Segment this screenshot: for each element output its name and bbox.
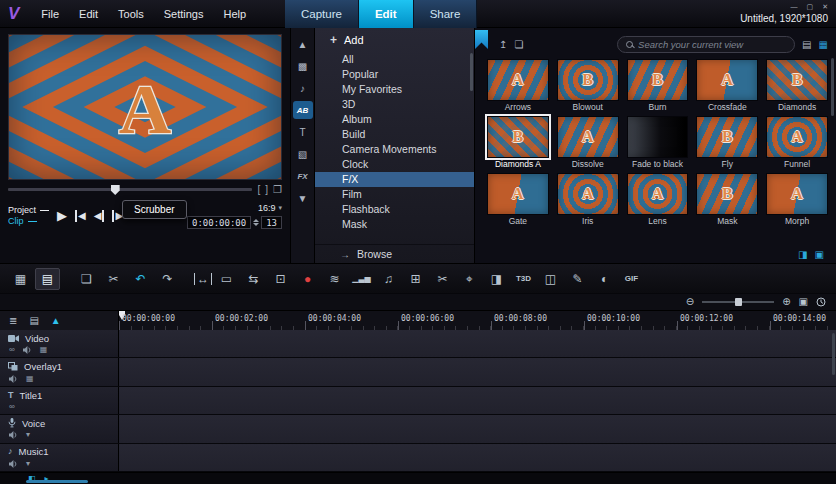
transition-item-funnel[interactable]: AFunnel (766, 116, 828, 170)
frame-grab-icon[interactable]: ⊡ (268, 268, 293, 290)
transition-item-mask[interactable]: BMask (696, 173, 758, 227)
horizontal-scrollbar-thumb[interactable] (26, 480, 88, 483)
scroll-to-start-icon[interactable]: ▲ (51, 315, 61, 326)
previous-frame-button[interactable]: ◀ (94, 210, 105, 222)
zoom-slider-thumb[interactable] (735, 298, 742, 306)
link-icon[interactable]: ∞ (9, 346, 15, 354)
menu-edit[interactable]: Edit (69, 8, 108, 20)
import-media-icon[interactable]: ↥ (499, 39, 507, 50)
preview-video[interactable]: A (8, 34, 282, 180)
link-icon[interactable]: ∞ (9, 403, 15, 411)
track-view-icon[interactable]: ▤ (29, 315, 38, 326)
category-flashback[interactable]: Flashback (315, 202, 474, 217)
category-f-x[interactable]: F/X (315, 172, 474, 187)
play-button[interactable]: ▶ (57, 210, 67, 222)
tab-capture[interactable]: Capture (285, 0, 359, 28)
tab-edit[interactable]: Edit (359, 0, 414, 28)
fit-timeline-icon[interactable]: ▣ (799, 297, 808, 307)
library-panel-icon[interactable]: ▣ (815, 249, 824, 260)
auto-music-icon[interactable]: ♫ (376, 268, 401, 290)
transition-item-lens[interactable]: ALens (627, 173, 689, 227)
transition-item-crossfade[interactable]: ACrossfade (696, 59, 758, 113)
ripple-edit-icon[interactable]: ▭ (214, 268, 239, 290)
3d-title-icon[interactable]: T3D (511, 268, 536, 290)
timeline-ruler[interactable]: 00:00:00:0000:00:02:0000:00:04:0000:00:0… (118, 311, 836, 330)
browse-button[interactable]: → Browse (315, 244, 474, 263)
scrubber-track[interactable] (8, 188, 252, 191)
transition-item-diamonds-a[interactable]: BDiamonds A (487, 116, 549, 170)
record-import-icon[interactable]: ❏ (514, 39, 523, 50)
menu-file[interactable]: File (31, 8, 69, 20)
track-header-title1[interactable]: TTitle1∞ (0, 387, 118, 414)
category-album[interactable]: Album (315, 112, 474, 127)
track-manager-icon[interactable]: ≣ (9, 315, 17, 326)
menu-settings[interactable]: Settings (154, 8, 214, 20)
undo-icon[interactable]: ↶ (128, 268, 153, 290)
gallery-scrollbar[interactable] (831, 58, 834, 116)
mark-in-button[interactable]: [ (257, 185, 260, 195)
mark-out-button[interactable]: ] (265, 185, 268, 195)
motion-tracking-icon[interactable]: ⌖ (457, 268, 482, 290)
category-film[interactable]: Film (315, 187, 474, 202)
speaker-icon[interactable] (9, 375, 18, 383)
library-nav-transitions-icon[interactable]: AB (293, 101, 313, 119)
project-toggle[interactable]: Project (8, 205, 49, 216)
split-audio-icon[interactable]: ✂ (430, 268, 455, 290)
display-options-icon[interactable]: ▦ (819, 39, 828, 50)
transition-item-dissolve[interactable]: ADissolve (557, 116, 619, 170)
home-button[interactable]: ◀ (75, 210, 86, 222)
track-lane-video[interactable] (118, 330, 836, 357)
multicam-editor-icon[interactable]: ◫ (538, 268, 563, 290)
tab-share[interactable]: Share (414, 0, 478, 28)
aspect-ratio-button[interactable]: 16:9 ▾ (258, 203, 282, 213)
category-camera-movements[interactable]: Camera Movements (315, 142, 474, 157)
category-build[interactable]: Build (315, 127, 474, 142)
color-wheel-icon[interactable]: ◐ (592, 268, 617, 290)
clip-toggle[interactable]: Clip (8, 216, 49, 227)
category-my-favorites[interactable]: My Favorites (315, 82, 474, 97)
timecode-spinner[interactable] (253, 219, 259, 226)
gif-creator-icon[interactable]: GIF (619, 268, 644, 290)
library-nav-audio-icon[interactable]: ♪ (293, 79, 313, 97)
library-nav-titles-icon[interactable]: T (293, 123, 313, 141)
library-nav-filters-icon[interactable]: FX (293, 167, 313, 185)
scrubber-handle[interactable] (111, 185, 120, 195)
subtitle-editor-icon[interactable]: ⊞ (403, 268, 428, 290)
category-mask[interactable]: Mask (315, 217, 474, 232)
timeline-view-icon[interactable]: ▤ (35, 268, 60, 290)
track-lane-voice[interactable] (118, 415, 836, 442)
speaker-icon[interactable] (9, 431, 18, 439)
library-nav-scroll-up-icon[interactable]: ▲ (293, 35, 313, 53)
duration-icon[interactable] (816, 297, 826, 307)
speaker-icon[interactable] (9, 460, 18, 468)
transition-item-gate[interactable]: AGate (487, 173, 549, 227)
trim-marks-icon[interactable]: ↔ (194, 273, 212, 285)
timecode-frames[interactable]: 13 (261, 216, 282, 229)
vertical-scrollbar-thumb[interactable] (832, 333, 835, 375)
zoom-in-icon[interactable]: ⊕ (782, 297, 790, 307)
redo-icon[interactable]: ↷ (155, 268, 180, 290)
transition-item-fly[interactable]: BFly (696, 116, 758, 170)
transparency-icon[interactable]: ▦ (40, 346, 48, 354)
transition-item-iris[interactable]: AIris (557, 173, 619, 227)
track-header-music1[interactable]: ♪Music1▾ (0, 444, 118, 471)
library-nav-graphics-icon[interactable]: ▧ (293, 145, 313, 163)
storyboard-view-icon[interactable]: ▦ (8, 268, 33, 290)
speaker-icon[interactable] (23, 346, 32, 354)
library-nav-media-icon[interactable]: ▩ (293, 57, 313, 75)
chevron-icon[interactable]: ▾ (26, 460, 30, 468)
minimize-button[interactable]: — (791, 3, 798, 10)
transition-item-fade-to-black[interactable]: Fade to black (627, 116, 689, 170)
timecode-value[interactable]: 0:00:00:00 (187, 216, 251, 229)
swap-tracks-icon[interactable]: ⇆ (241, 268, 266, 290)
split-clip-icon[interactable]: ✂ (101, 268, 126, 290)
menu-help[interactable]: Help (213, 8, 256, 20)
chevron-icon[interactable]: ▾ (26, 431, 30, 439)
transition-item-arrows[interactable]: AArrows (487, 59, 549, 113)
painting-creator-icon[interactable]: ✎ (565, 268, 590, 290)
search-input[interactable] (638, 39, 786, 50)
search-box[interactable] (617, 36, 795, 53)
track-header-video[interactable]: Video∞▦ (0, 330, 118, 357)
category-all[interactable]: All (315, 52, 474, 67)
copy-icon[interactable]: ❏ (74, 268, 99, 290)
